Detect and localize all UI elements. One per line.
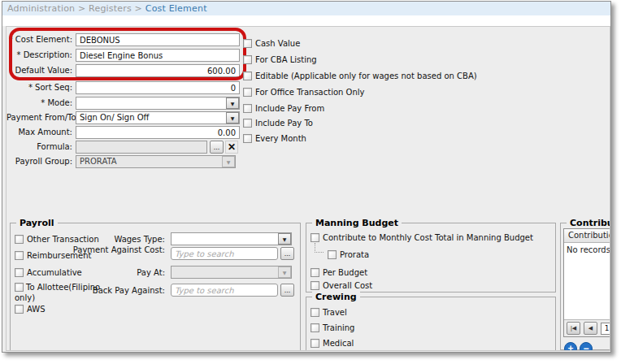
travel-checkbox[interactable] xyxy=(310,308,319,317)
cash-value-label: Cash Value xyxy=(255,39,300,48)
office-transaction-checkbox[interactable] xyxy=(243,88,252,97)
max-amount-input[interactable] xyxy=(76,126,240,139)
cost-element-label: * Cost Element: xyxy=(7,33,72,46)
mode-select[interactable]: ▼ xyxy=(76,97,240,110)
every-month-row: Every Month xyxy=(243,133,306,144)
overall-cost-checkbox[interactable] xyxy=(310,281,319,290)
contributions-pager: |◀ ◀ 1 xyxy=(564,319,610,336)
crewing-legend: Crewing xyxy=(312,292,360,302)
max-amount-label: Max Amount: xyxy=(7,126,72,139)
editable-checkbox[interactable] xyxy=(243,72,252,80)
breadcrumb-current[interactable]: Cost Element xyxy=(145,3,207,14)
back-pay-against-label: Back Pay Against: xyxy=(61,285,165,296)
travel-label: Travel xyxy=(323,308,347,317)
manning-budget-section: Manning Budget Contribute to Monthly Cos… xyxy=(306,223,556,292)
back-pay-against-browse-button[interactable]: ... xyxy=(280,284,294,297)
prorata-checkbox[interactable] xyxy=(328,250,337,259)
editable-label: Editable (Applicable only for wages not … xyxy=(255,72,477,80)
wages-type-select[interactable]: ▼ xyxy=(171,232,292,245)
contribute-monthly-checkbox[interactable] xyxy=(310,233,319,242)
per-budget-label: Per Budget xyxy=(323,268,367,277)
cash-value-row: Cash Value xyxy=(243,38,300,49)
include-pay-to-checkbox[interactable] xyxy=(243,119,252,128)
every-month-checkbox[interactable] xyxy=(243,134,252,143)
include-pay-from-label: Include Pay From xyxy=(255,104,324,113)
for-cba-listing-row: For CBA Listing xyxy=(243,54,317,65)
payment-against-cost-browse-button[interactable]: ... xyxy=(280,247,294,260)
crewing-section: Crewing Travel Training Medical xyxy=(306,297,556,351)
cost-element-input[interactable] xyxy=(76,33,240,46)
travel-row: Travel xyxy=(310,307,347,318)
chevron-down-icon[interactable]: ▼ xyxy=(226,112,239,124)
contributions-grid-empty-text: No records to display xyxy=(564,243,610,319)
training-checkbox[interactable] xyxy=(310,323,319,332)
chevron-down-icon: ▼ xyxy=(278,266,291,278)
add-contribution-button[interactable]: + xyxy=(564,342,577,351)
breadcrumb-path: Administration > Registers > xyxy=(7,3,142,14)
breadcrumb: Administration > Registers > Cost Elemen… xyxy=(2,2,610,15)
tree-connector xyxy=(315,243,324,253)
to-allottee-checkbox[interactable] xyxy=(15,283,24,292)
include-pay-from-row: Include Pay From xyxy=(243,103,324,114)
reimbursement-checkbox[interactable] xyxy=(15,251,24,260)
editable-row: Editable (Applicable only for wages not … xyxy=(243,71,477,81)
header-divider xyxy=(2,15,610,26)
every-month-label: Every Month xyxy=(255,134,306,143)
aws-label: AWS xyxy=(27,305,46,314)
contribute-monthly-row: Contribute to Monthly Cost Total in Mann… xyxy=(310,232,533,243)
office-transaction-label: For Office Transaction Only xyxy=(255,88,364,97)
prev-page-button[interactable]: ◀ xyxy=(584,322,597,335)
payroll-legend: Payroll xyxy=(16,218,58,228)
formula-browse-button[interactable]: ... xyxy=(210,141,224,154)
include-pay-from-checkbox[interactable] xyxy=(243,104,252,113)
payment-from-to-select[interactable]: Sign On/ Sign Off ▼ xyxy=(76,111,240,124)
per-budget-checkbox[interactable] xyxy=(310,268,319,277)
manning-budget-legend: Manning Budget xyxy=(312,218,402,228)
chevron-down-icon: ▼ xyxy=(222,156,235,167)
sort-seq-input[interactable] xyxy=(76,81,240,94)
wages-type-label: Wages Type: xyxy=(61,234,165,245)
payment-from-to-value: Sign On/ Sign Off xyxy=(80,113,150,122)
pay-at-select: ▼ xyxy=(171,266,292,279)
page-number-input[interactable]: 1 xyxy=(601,323,610,335)
prorata-row: Prorata xyxy=(328,249,369,260)
training-label: Training xyxy=(323,323,354,332)
formula-input xyxy=(76,141,207,154)
pay-at-label: Pay At: xyxy=(61,267,165,278)
formula-label: Formula: xyxy=(7,141,72,154)
description-input[interactable] xyxy=(76,49,240,62)
payroll-section: Payroll Other Transaction Reimbursement … xyxy=(10,223,301,351)
payroll-group-label: Payroll Group: xyxy=(7,155,72,168)
description-label: * Description: xyxy=(7,49,72,62)
payment-from-to-label: Payment From/To: xyxy=(7,111,72,124)
cash-value-checkbox[interactable] xyxy=(243,39,252,48)
accumulative-checkbox[interactable] xyxy=(15,268,24,277)
remove-contribution-button[interactable]: − xyxy=(580,342,593,351)
payroll-group-value: PRORATA xyxy=(80,157,117,166)
payment-against-cost-label: Payment Against Cost: xyxy=(61,245,165,255)
office-transaction-row: For Office Transaction Only xyxy=(243,87,364,98)
overall-cost-label: Overall Cost xyxy=(323,281,372,290)
medical-label: Medical xyxy=(323,339,354,348)
chevron-down-icon[interactable]: ▼ xyxy=(278,233,291,245)
other-transaction-checkbox[interactable] xyxy=(15,235,24,244)
payment-against-cost-input[interactable] xyxy=(171,247,278,260)
overall-cost-row: Overall Cost xyxy=(310,280,372,291)
prorata-label: Prorata xyxy=(340,250,369,259)
default-value-input[interactable] xyxy=(76,64,240,77)
chevron-down-icon[interactable]: ▼ xyxy=(226,98,239,109)
medical-row: Medical xyxy=(310,338,354,349)
contributions-grid-header[interactable]: Contribution Group xyxy=(564,229,610,243)
per-budget-row: Per Budget xyxy=(310,267,367,278)
include-pay-to-label: Include Pay To xyxy=(255,119,313,128)
aws-row: AWS xyxy=(15,304,46,314)
first-page-button[interactable]: |◀ xyxy=(567,322,580,335)
sort-seq-label: * Sort Seq: xyxy=(7,81,72,94)
medical-checkbox[interactable] xyxy=(310,339,319,348)
aws-checkbox[interactable] xyxy=(15,305,24,314)
contribute-monthly-label: Contribute to Monthly Cost Total in Mann… xyxy=(323,233,533,242)
payroll-group-select: PRORATA ▼ xyxy=(76,155,236,168)
back-pay-against-input[interactable] xyxy=(171,284,278,297)
for-cba-listing-checkbox[interactable] xyxy=(243,55,252,64)
formula-clear-button[interactable]: ✕ xyxy=(225,141,238,154)
